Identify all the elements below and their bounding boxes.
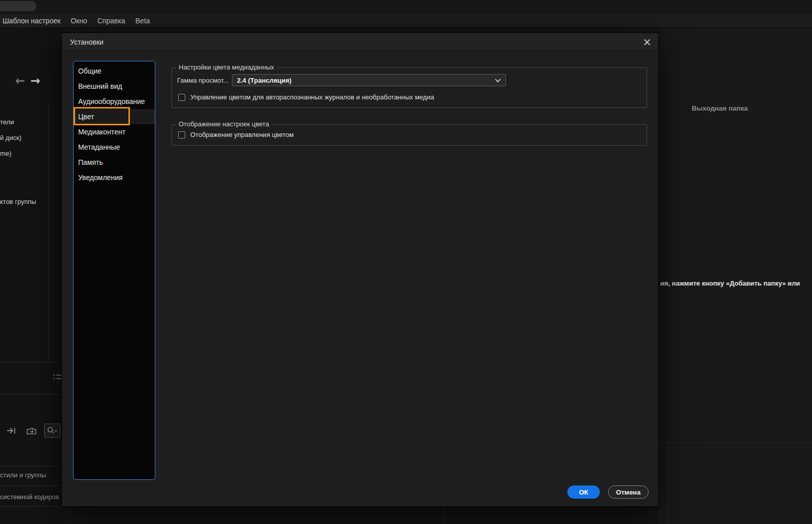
cancel-button[interactable]: Отмена — [608, 485, 649, 499]
panel-divider — [668, 442, 668, 524]
menu-bar: Шаблон настроек Окно Справка Beta — [0, 14, 812, 28]
forward-arrow-icon[interactable]: → — [30, 75, 40, 87]
menu-item-help[interactable]: Справка — [97, 17, 125, 25]
panel-divider — [659, 442, 812, 443]
checkbox-label: Управление цветом для автораспознанных ж… — [190, 93, 434, 101]
ok-button[interactable]: ОК — [567, 485, 600, 499]
app-window: Шаблон настроек Окно Справка Beta ← → те… — [0, 0, 812, 524]
tree-item-label[interactable]: й диск) — [0, 134, 21, 142]
chevron-down-icon — [495, 79, 501, 83]
menu-item-beta[interactable]: Beta — [136, 17, 150, 25]
panel-divider — [48, 104, 49, 362]
background-left-panel — [0, 28, 61, 524]
checkbox-label: Отображение управления цветом — [190, 131, 294, 138]
panel-divider — [0, 362, 61, 362]
search-button[interactable] — [44, 424, 60, 438]
group-legend: Настройки цвета медиаданных — [176, 63, 277, 71]
display-color-checkbox-row[interactable]: Отображение управления цветом — [178, 131, 294, 138]
panel-divider — [0, 485, 61, 486]
settings-category-list: Общие Внешний вид Аудиооборудование Цвет… — [73, 61, 155, 480]
display-color-settings-group: Отображение настроек цвета Отображение у… — [172, 124, 647, 146]
tree-item-label[interactable]: тели — [0, 118, 14, 126]
gamma-label: Гамма просмот... — [177, 77, 232, 84]
add-folder-icon[interactable] — [26, 427, 37, 435]
tree-item-label[interactable]: ктов группы — [0, 198, 36, 205]
close-icon[interactable]: × — [640, 35, 654, 49]
menu-item-window[interactable]: Окно — [71, 17, 87, 25]
back-arrow-icon[interactable]: ← — [15, 75, 25, 87]
dialog-title: Установки — [70, 38, 104, 46]
category-appearance[interactable]: Внешний вид — [74, 79, 155, 94]
gamma-dropdown[interactable]: 2.4 (Трансляция) — [232, 74, 506, 86]
category-media[interactable]: Медиаконтент — [74, 124, 155, 139]
display-color-checkbox[interactable] — [178, 131, 185, 138]
add-folder-hint-text: ия, нажмите кнопку «Добавить папку» или — [660, 280, 812, 287]
category-memory[interactable]: Память — [74, 155, 155, 170]
category-audio-hardware[interactable]: Аудиооборудование — [74, 94, 155, 109]
category-metadata[interactable]: Метаданные — [74, 139, 155, 155]
panel-divider — [444, 507, 445, 524]
output-folder-column-header: Выходная папка — [692, 104, 748, 112]
dialog-titlebar[interactable]: Установки × — [62, 33, 658, 51]
color-management-checkbox-row[interactable]: Управление цветом для автораспознанных ж… — [178, 93, 434, 101]
category-general[interactable]: Общие — [74, 63, 155, 79]
list-row-label[interactable]: стили и группы — [0, 471, 46, 479]
media-color-settings-group: Настройки цвета медиаданных Гамма просмо… — [172, 67, 647, 108]
category-color[interactable]: Цвет — [74, 109, 155, 124]
preferences-dialog: Установки × Общие Внешний вид Аудиообору… — [61, 32, 659, 507]
export-icon[interactable] — [6, 426, 17, 435]
gamma-row: Гамма просмот... 2.4 (Трансляция) — [177, 74, 506, 86]
menu-item-preset[interactable]: Шаблон настроек — [3, 17, 60, 25]
panel-divider — [0, 466, 61, 466]
gamma-dropdown-value: 2.4 (Трансляция) — [237, 77, 291, 84]
tree-item-label[interactable]: me) — [0, 150, 11, 157]
window-title-strip — [0, 0, 812, 14]
panel-divider — [0, 506, 61, 507]
window-tab-pill[interactable] — [0, 1, 37, 11]
category-notifications[interactable]: Уведомления — [74, 170, 155, 185]
list-row-label[interactable]: системной кодиров — [0, 493, 59, 501]
panel-divider — [0, 394, 61, 395]
color-management-checkbox[interactable] — [178, 94, 185, 101]
background-right-panel — [659, 28, 812, 524]
group-legend: Отображение настроек цвета — [176, 120, 272, 128]
